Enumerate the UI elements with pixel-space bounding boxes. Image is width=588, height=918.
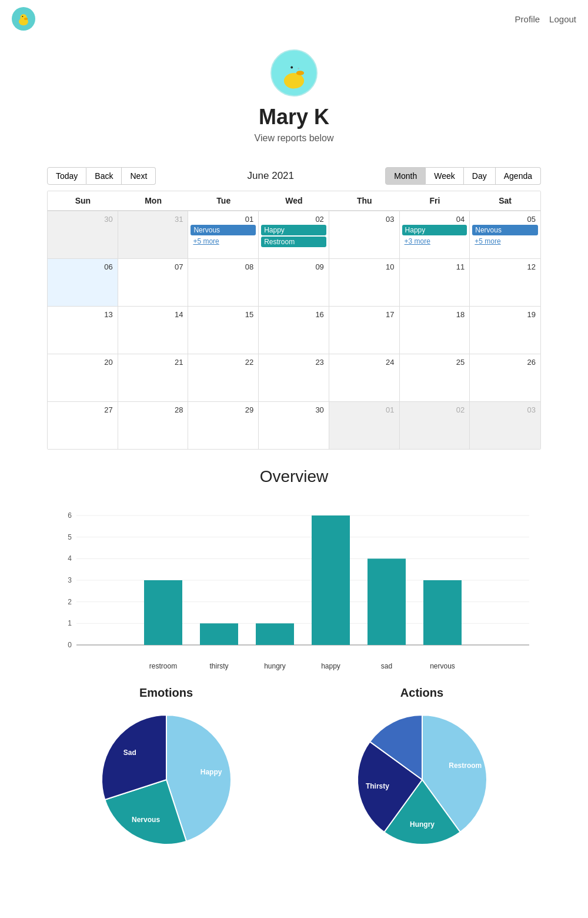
view-day-button[interactable]: Day	[464, 167, 496, 185]
cal-day-number: 08	[191, 261, 256, 272]
cal-day-number: 31	[121, 214, 186, 225]
cal-cell[interactable]: 08	[188, 259, 259, 306]
cal-cell[interactable]: 02HappyRestroom	[259, 211, 329, 258]
cal-header-thu: Thu	[329, 191, 400, 211]
cal-header-sun: Sun	[48, 191, 118, 211]
cal-cell[interactable]: 03	[470, 402, 540, 449]
cal-day-number: 24	[332, 357, 397, 368]
cal-view-buttons: Month Week Day Agenda	[385, 167, 541, 185]
cal-cell[interactable]: 18	[400, 307, 470, 354]
cal-cell[interactable]: 27	[48, 402, 118, 449]
cal-cell[interactable]: 19	[470, 307, 540, 354]
view-month-button[interactable]: Month	[385, 167, 426, 185]
cal-event[interactable]: Restroom	[261, 237, 326, 247]
overview-title: Overview	[47, 467, 541, 486]
profile-name: Mary K	[259, 105, 329, 129]
cal-header-sat: Sat	[470, 191, 540, 211]
view-week-button[interactable]: Week	[426, 167, 464, 185]
cal-event[interactable]: Nervous	[191, 225, 256, 235]
cal-cell[interactable]: 16	[259, 307, 329, 354]
cal-day-number: 09	[261, 261, 326, 272]
cal-cell[interactable]: 01	[329, 402, 400, 449]
cal-cell[interactable]: 26	[470, 354, 540, 401]
cal-day-number: 16	[261, 309, 326, 320]
header: Profile Logout	[0, 0, 588, 38]
cal-cell[interactable]: 10	[329, 259, 400, 306]
avatar	[270, 49, 318, 97]
cal-cell[interactable]: 28	[118, 402, 189, 449]
svg-point-3	[24, 18, 28, 20]
today-button[interactable]: Today	[47, 167, 86, 185]
cal-day-number: 13	[50, 309, 115, 320]
cal-cell[interactable]: 20	[48, 354, 118, 401]
cal-cell[interactable]: 22	[188, 354, 259, 401]
cal-day-number: 07	[121, 261, 186, 272]
cal-cell[interactable]: 13	[48, 307, 118, 354]
cal-cell[interactable]: 14	[118, 307, 189, 354]
emotions-pie	[96, 709, 237, 850]
cal-cell[interactable]: 30	[48, 211, 118, 258]
cal-day-number: 11	[402, 261, 467, 272]
cal-cell[interactable]: 31	[118, 211, 189, 258]
cal-cell[interactable]: 17	[329, 307, 400, 354]
cal-day-number: 23	[261, 357, 326, 368]
cal-day-number: 18	[402, 309, 467, 320]
cal-day-number: 02	[402, 404, 467, 415]
cal-cell[interactable]: 06	[48, 259, 118, 306]
pie-charts-row: Emotions Actions	[47, 686, 541, 850]
overview-section: Overview Emotions Actions	[47, 467, 541, 850]
cal-day-number: 25	[402, 357, 467, 368]
cal-day-number: 03	[332, 214, 397, 225]
logout-link[interactable]: Logout	[549, 14, 576, 24]
cal-header-wed: Wed	[259, 191, 329, 211]
cal-cell[interactable]: 09	[259, 259, 329, 306]
calendar-title: June 2021	[156, 170, 385, 182]
calendar-container: Today Back Next June 2021 Month Week Day…	[47, 167, 541, 450]
cal-cell[interactable]: 01Nervous+5 more	[188, 211, 259, 258]
back-button[interactable]: Back	[86, 167, 122, 185]
cal-cell[interactable]: 15	[188, 307, 259, 354]
cal-day-number: 22	[191, 357, 256, 368]
cal-cell[interactable]: 25	[400, 354, 470, 401]
cal-day-number: 27	[50, 404, 115, 415]
cal-cell[interactable]: 23	[259, 354, 329, 401]
view-agenda-button[interactable]: Agenda	[496, 167, 541, 185]
emotions-title: Emotions	[139, 686, 193, 700]
cal-cell[interactable]: 07	[118, 259, 189, 306]
bar-chart	[47, 498, 541, 674]
next-button[interactable]: Next	[122, 167, 156, 185]
profile-section: Mary K View reports below	[0, 38, 588, 149]
cal-event[interactable]: Happy	[261, 225, 326, 235]
cal-cell[interactable]: 11	[400, 259, 470, 306]
calendar-toolbar: Today Back Next June 2021 Month Week Day…	[47, 167, 541, 185]
profile-link[interactable]: Profile	[515, 14, 540, 24]
cal-day-number: 01	[191, 214, 256, 225]
calendar-grid: SunMonTueWedThuFriSat303101Nervous+5 mor…	[47, 191, 541, 450]
cal-row: 06070809101112	[48, 258, 540, 306]
cal-cell[interactable]: 04Happy+3 more	[400, 211, 470, 258]
cal-cell[interactable]: 12	[470, 259, 540, 306]
cal-cell[interactable]: 24	[329, 354, 400, 401]
cal-day-number: 30	[261, 404, 326, 415]
header-nav: Profile Logout	[515, 14, 576, 24]
cal-more-events[interactable]: +5 more	[472, 237, 538, 246]
cal-row: 20212223242526	[48, 354, 540, 401]
cal-more-events[interactable]: +5 more	[191, 237, 256, 246]
cal-cell[interactable]: 05Nervous+5 more	[470, 211, 540, 258]
cal-cell[interactable]: 21	[118, 354, 189, 401]
cal-event[interactable]: Happy	[402, 225, 467, 235]
cal-header-tue: Tue	[188, 191, 259, 211]
logo[interactable]	[12, 7, 35, 31]
cal-cell[interactable]: 02	[400, 402, 470, 449]
cal-nav-buttons: Today Back Next	[47, 167, 156, 185]
cal-header-mon: Mon	[118, 191, 189, 211]
cal-day-number: 12	[472, 261, 538, 272]
cal-more-events[interactable]: +3 more	[402, 237, 467, 246]
cal-day-number: 14	[121, 309, 186, 320]
cal-event[interactable]: Nervous	[472, 225, 538, 235]
cal-cell[interactable]: 03	[329, 211, 400, 258]
cal-cell[interactable]: 30	[259, 402, 329, 449]
svg-point-6	[284, 73, 304, 89]
cal-cell[interactable]: 29	[188, 402, 259, 449]
actions-section: Actions	[303, 686, 541, 850]
